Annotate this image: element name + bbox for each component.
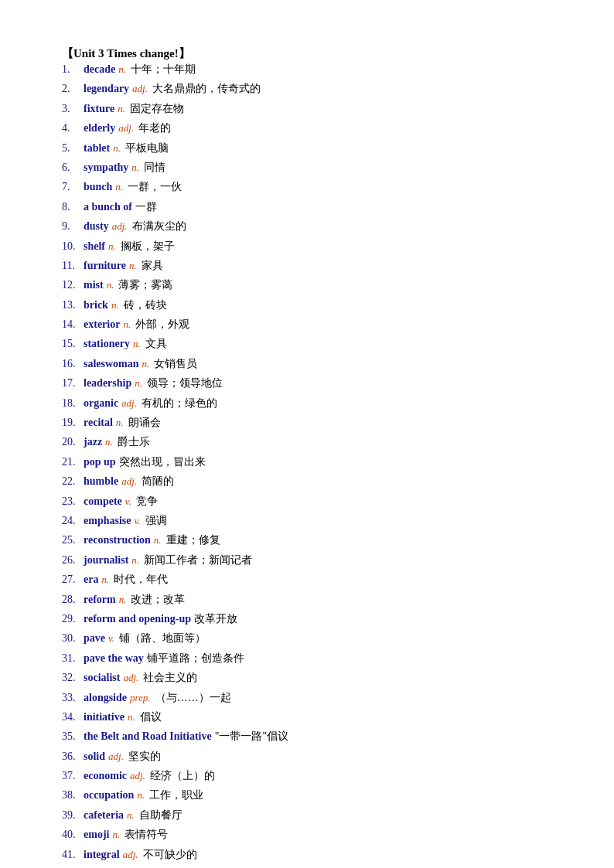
item-word: reconstruction [84, 532, 151, 549]
item-definition: 大名鼎鼎的，传奇式的 [152, 80, 261, 97]
item-number: 9. [62, 218, 84, 235]
item-number: 28. [62, 591, 84, 608]
item-word: leadership [84, 375, 131, 392]
item-pos: n. [111, 298, 119, 314]
list-item: 32. socialistadj.社会主义的 [62, 669, 552, 686]
item-number: 37. [62, 768, 84, 785]
list-item: 40. emojin.表情符号 [62, 826, 552, 843]
item-number: 4. [62, 120, 84, 137]
vocab-list: 1. decaden.十年；十年期2. legendaryadj.大名鼎鼎的，传… [62, 61, 552, 863]
item-definition: 铺平道路；创造条件 [147, 650, 244, 667]
item-word: furniture [84, 257, 126, 274]
item-number: 17. [62, 375, 84, 392]
item-word: initiative [84, 709, 125, 726]
item-definition: 搁板，架子 [121, 238, 175, 255]
item-number: 29. [62, 611, 84, 628]
item-number: 1. [62, 61, 84, 78]
list-item: 22. humbleadj.简陋的 [62, 473, 552, 490]
list-item: 19. recitaln.朗诵会 [62, 414, 552, 431]
item-definition: （与……）一起 [155, 689, 231, 706]
list-item: 17. leadershipn.领导；领导地位 [62, 375, 552, 392]
list-item: 5. tabletn.平板电脑 [62, 140, 552, 157]
item-word: solid [84, 748, 105, 765]
item-number: 7. [62, 179, 84, 196]
item-definition: 改革开放 [194, 611, 237, 628]
item-number: 41. [62, 846, 84, 863]
item-word: reform [84, 591, 116, 608]
list-item: 25. reconstructionn.重建；修复 [62, 532, 552, 549]
list-item: 26. journalistn.新闻工作者；新闻记者 [62, 552, 552, 569]
item-number: 15. [62, 335, 84, 352]
item-definition: 女销售员 [154, 356, 197, 373]
item-definition: 工作，职业 [149, 787, 203, 804]
list-item: 35. the Belt and Road Initiative "一带一路"倡… [62, 728, 552, 745]
item-number: 38. [62, 787, 84, 804]
list-item: 8. a bunch of 一群 [62, 199, 552, 216]
list-item: 27. eran.时代，年代 [62, 571, 552, 588]
item-definition: 平板电脑 [125, 140, 169, 157]
list-item: 23. competev.竞争 [62, 493, 552, 510]
item-pos: n. [142, 356, 150, 373]
item-definition: 自助餐厅 [139, 807, 182, 824]
item-word: emphasise [84, 512, 131, 529]
item-number: 25. [62, 532, 84, 549]
item-number: 13. [62, 297, 84, 314]
item-word: recital [84, 414, 113, 431]
item-definition: 领导；领导地位 [147, 375, 223, 392]
list-item: 31. pave the way 铺平道路；创造条件 [62, 650, 552, 667]
item-pos: n. [116, 415, 124, 431]
item-word: emoji [84, 826, 109, 843]
item-number: 30. [62, 630, 84, 647]
item-word: compete [84, 493, 122, 510]
list-item: 3. fixturen.固定存在物 [62, 100, 552, 117]
item-number: 33. [62, 689, 84, 706]
item-number: 40. [62, 826, 84, 843]
list-item: 21. pop up 突然出现，冒出来 [62, 454, 552, 471]
item-definition: 社会主义的 [143, 669, 197, 686]
list-item: 9. dustyadj.布满灰尘的 [62, 218, 552, 235]
item-definition: 坚实的 [128, 748, 161, 765]
item-number: 24. [62, 512, 84, 529]
item-number: 3. [62, 100, 84, 117]
list-item: 2. legendaryadj.大名鼎鼎的，传奇式的 [62, 80, 552, 97]
item-definition: 竞争 [136, 493, 158, 510]
item-number: 34. [62, 709, 84, 726]
item-definition: 时代，年代 [114, 571, 168, 588]
item-word: a bunch of [84, 199, 132, 216]
item-pos: n. [135, 376, 142, 392]
item-pos: adj. [121, 396, 137, 412]
item-definition: 年老的 [138, 120, 171, 137]
list-item: 16. saleswomann.女销售员 [62, 356, 552, 373]
item-pos: n. [112, 827, 120, 843]
item-definition: 外部，外观 [135, 316, 189, 333]
item-word: humble [84, 473, 118, 490]
item-number: 31. [62, 650, 84, 667]
list-item: 14. exteriorn.外部，外观 [62, 316, 552, 333]
item-word: dusty [84, 218, 109, 235]
item-number: 20. [62, 434, 84, 451]
list-item: 28. reformn.改进；改革 [62, 591, 552, 608]
item-pos: n. [118, 62, 126, 78]
item-pos: n. [133, 336, 141, 352]
item-number: 11. [62, 257, 84, 274]
item-number: 8. [62, 199, 84, 216]
item-definition: 一群 [135, 199, 157, 216]
item-word: mist [84, 277, 104, 294]
item-word: stationery [84, 335, 130, 352]
item-definition: 重建；修复 [166, 532, 220, 549]
list-item: 20. jazzn.爵士乐 [62, 434, 552, 451]
item-definition: 十年；十年期 [131, 61, 196, 78]
item-number: 6. [62, 159, 84, 176]
item-word: journalist [84, 552, 128, 569]
item-word: bunch [84, 179, 112, 196]
item-definition: 表情符号 [125, 826, 168, 843]
item-pos: adj. [108, 749, 124, 765]
item-word: socialist [84, 669, 120, 686]
item-pos: n. [129, 258, 137, 274]
item-pos: n. [118, 101, 125, 117]
item-word: organic [84, 395, 118, 412]
list-item: 18. organicadj.有机的；绿色的 [62, 395, 552, 412]
item-pos: prep. [130, 690, 151, 706]
item-pos: n. [113, 141, 121, 157]
list-item: 1. decaden.十年；十年期 [62, 61, 552, 78]
